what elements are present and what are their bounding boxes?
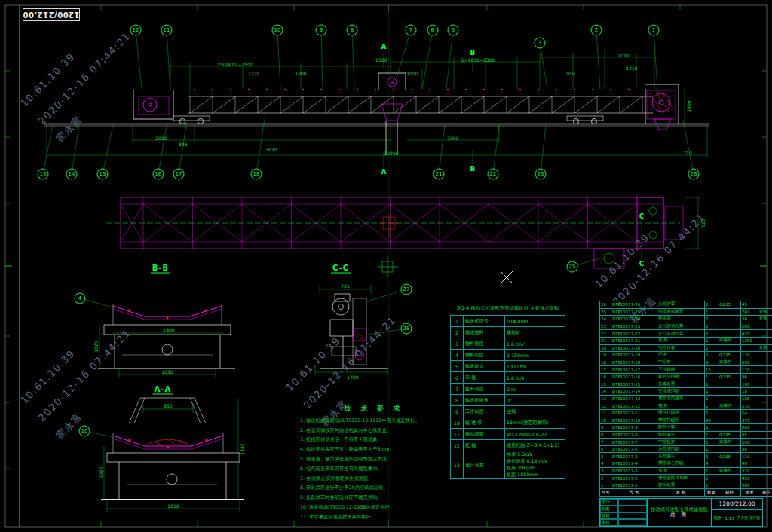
approver-value [618,519,647,526]
technical-note: 2. 各滚筒轴线应与输送机纵向中心线垂直。 [300,426,448,436]
parameter-row: 1输送机型号DTⅢ2080 [451,316,565,327]
sheet-info: 共1张 第1张 [737,515,760,521]
cad-drawing-sheet: 1211109876532113141516171821222326254272… [0,0,772,532]
balloon-17: 17 [173,169,185,180]
parameter-row: 7提升高度0 m [451,384,565,395]
bom-row: 25DTⅡ10017-25电缆卷筒装置1260外购 [600,308,772,316]
scale-label: 比例 [714,515,722,521]
designer-label: 设计 [600,499,618,506]
view-letter-A: A [381,43,387,50]
balloon-2: 2 [591,25,602,36]
dim-label: 1800 [163,327,174,332]
bom-row: 4DTⅡ10017-4槽形调心托辊448 [600,460,772,468]
technical-note: 1. 输送机的安装按JB/T5000.10-1998中有关规定执行。 [300,416,448,426]
bom-row: 22DTⅡ10017-22走行从动台车2420 [600,330,772,338]
bom-row: 3DTⅡ10017-3头 架1焊接件320 [600,467,772,475]
bom-row: 2DTⅡ10017-2传动滚筒 D6301420 [600,475,772,482]
dim-label: 2500 [375,57,387,63]
bom-row: 9DTⅡ10017-9卸料小车1860 [600,424,772,432]
technical-note: 9. 负载试车时各部运转应平稳无异响。 [300,493,448,503]
dim-label: 1025 [93,341,99,352]
balloon-15: 15 [97,169,109,180]
technical-note: 10. 涂漆按JB/T5000.12-1998的规定执行。 [300,503,448,512]
bom-row: 24DTⅡ10017-24夹轨器236外购 [600,316,772,323]
dim-label: 1050 [167,503,179,509]
balloon-18: 18 [251,169,262,180]
dim-label: 1745 [240,443,245,454]
parameter-row: 10输 送 带16mm(整芯阻燃带) [451,417,565,429]
parameter-row: 12托 辊槽形托辊 Z=B(4.5+1.5) [451,440,565,451]
dim-label: 6×1050=6300 [461,57,495,63]
parameter-row: 4物料粒度0-150mm [451,350,565,361]
technical-note: 4. 输送带接头应平直，跑偏量不大于3mm。 [300,445,448,454]
bom-row: 18DTⅡ10017-18中间架9焊接件890 [600,359,772,366]
dim-label: 1410 [626,66,637,71]
section-label-B-B: B-B [151,264,170,274]
drawing-subtitle: 总 图 [648,512,711,518]
bom-row: 7DTⅡ10017-7中部机架2焊接件240 [600,439,772,446]
balloon-12: 12 [130,25,142,36]
checker-label: 校核 [600,512,618,519]
technical-note: 6. 电气设备安装应符合有关规范要求。 [300,464,448,474]
parameter-row: 8输送机倾角0° [451,395,565,406]
balloon-26: 26 [688,169,700,180]
bom-row: 26DTⅡ10017-26头部护罩1Q23545 [600,301,772,309]
bom-row: 20DTⅡ10017-20电控设备1外购 [600,344,772,352]
dim-label: 735 [341,283,349,289]
dim-label: 950 [566,71,574,76]
balloon-5: 5 [448,25,459,36]
bom-row: 14DTⅡ10017-14空段清扫器118 [600,388,772,396]
designer-value [618,499,647,506]
technical-note: 3. 托辊应转动灵活，不得有卡阻现象。 [300,435,448,445]
balloon-25: 25 [567,261,578,273]
section-label-C-C: C-C [331,264,351,274]
parameter-row: 2输送物料烧结矿 [451,327,565,338]
dim-label: 845 [179,142,187,147]
technical-requirements-title: 技 术 要 求 [300,404,448,414]
view-letter-A: A [381,168,387,176]
dim-label: 150(400)+7500 [217,62,253,67]
balloon-3: 3 [535,38,546,49]
dim-label: 20896 [384,151,398,156]
parts-list-table: 26DTⅡ10017-26头部护罩1Q2354525DTⅡ10017-25电缆卷… [599,301,772,497]
parameter-row: 11驱动装置VD-12080-1.6-22 [451,429,565,440]
section-label-A-A: A-A [153,385,173,395]
drawing-number-text: 1200/212.00 [23,11,80,19]
balloon-4: 4 [75,293,86,304]
balloon-16: 16 [153,169,164,180]
bom-row: 6DTⅡ10017-6头部清扫器138 [600,445,772,453]
parameter-row: 5输送能力1000 t/h [451,361,565,372]
view-letter-B: B [470,165,476,173]
bom-row: 10DTⅡ10017-10槽形托辊组42370 [600,417,772,424]
bom-row: 23DTⅡ10017-23走行驱动台车2680 [600,323,772,330]
title-block-signatures: 设计 制图 校核 审核 [600,499,647,526]
bom-row: 8DTⅡ10017-8卸料漏斗1Q23595 [600,431,772,439]
view-letter-C: C [639,212,645,220]
view-letter-B: B [470,49,476,57]
balloon-28: 28 [401,323,412,335]
approver-label: 审核 [600,519,618,526]
bom-row: 11DTⅡ10017-11缓冲托辊组654 [600,409,772,417]
parameter-row: 9工作制度连续 [451,406,565,417]
bom-row: 16DTⅡ10017-16装料导料槽1Q23596 [600,373,772,381]
dim-label: 710 [683,150,691,155]
technical-requirements-list: 1. 输送机的安装按JB/T5000.10-1998中有关规定执行。2. 各滚筒… [300,416,448,522]
scale-value: 1:15 [725,516,734,521]
balloon-7: 7 [406,25,417,36]
parameter-row: 6带 速1.6 m/s [451,372,565,384]
drafter-value [618,506,647,512]
dim-label: 1400 [686,100,691,112]
drawing-title: 移动式可逆配仓带式输送机 [648,506,711,512]
title-block-scale-row: 比例 1:15 共1张 第1张 [712,510,762,526]
dim-label: 1025 [98,466,103,478]
dim-label: 3000 [447,136,458,141]
dim-label: 1000 [295,71,306,76]
balloon-11: 11 [161,25,173,36]
balloon-27: 27 [401,284,412,295]
title-block-name: 移动式可逆配仓带式输送机 总 图 [647,499,712,526]
bom-row: 19DTⅡ10017-19护 栏2Q235120 [600,352,772,359]
technical-note: 5. 减速器、液力偶合器按说明书规定加油。 [300,454,448,464]
dim-label: 2720 [248,71,259,76]
balloon-8: 8 [347,25,358,36]
dim-label: 1789 [347,375,358,380]
